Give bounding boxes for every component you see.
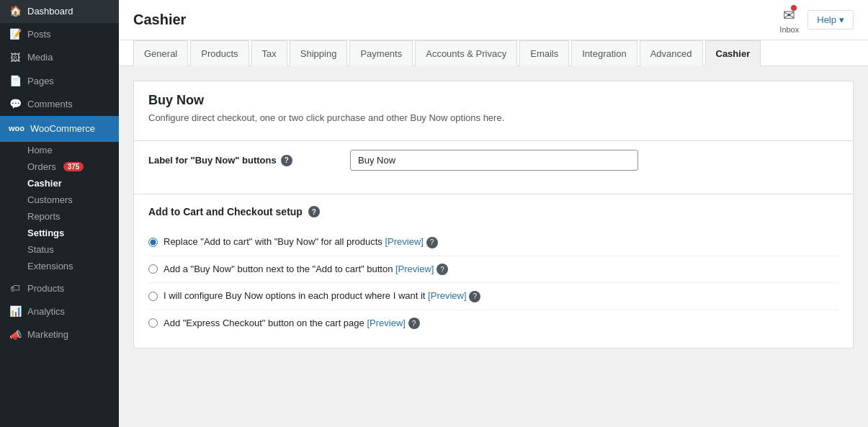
woo-submenu: Home Orders 375 Cashier Customers Report… [0,142,119,274]
submenu-reports[interactable]: Reports [27,208,119,225]
tab-general[interactable]: General [133,40,188,66]
tab-integration[interactable]: Integration [571,40,637,66]
comments-icon: 💬 [9,98,22,111]
buy-now-desc: Configure direct checkout, one or two cl… [148,112,838,123]
tab-tax[interactable]: Tax [251,40,287,66]
tab-accounts-privacy[interactable]: Accounts & Privacy [415,40,517,66]
sidebar-item-comments[interactable]: 💬 Comments [0,93,119,116]
submenu-home-label: Home [27,145,53,156]
radio-option-4-help[interactable]: ? [408,318,420,329]
sidebar-item-media[interactable]: 🖼 Media [0,46,119,69]
sidebar-item-label: Comments [27,98,73,111]
tab-advanced[interactable]: Advanced [640,40,703,66]
dashboard-icon: 🏠 [9,5,22,18]
sidebar-item-woocommerce[interactable]: woo WooCommerce [0,116,119,142]
inbox-button[interactable]: ✉ Inbox [779,6,799,34]
sidebar-item-pages[interactable]: 📄 Pages [0,70,119,93]
topbar: Cashier ✉ Inbox Help ▾ [119,0,868,40]
main-content: Cashier ✉ Inbox Help ▾ General Products … [119,0,868,427]
label-field-row: Label for "Buy Now" buttons ? [134,140,853,179]
submenu-orders-label: Orders [27,161,56,172]
woo-icon: woo [9,121,24,137]
submenu-status-label: Status [27,244,54,255]
submenu-status[interactable]: Status [27,241,119,258]
radio-option-4-label: Add "Express Checkout" button on the car… [164,318,420,330]
sidebar-item-label: Pages [27,75,54,88]
radio-option-4-preview[interactable]: [Preview] [367,318,405,328]
cart-setup-section: Add to Cart and Checkout setup ? Replace… [134,194,853,348]
sidebar-item-label: Marketing [27,328,68,341]
marketing-icon: 📣 [9,328,22,341]
radio-option-2-help[interactable]: ? [437,264,448,275]
sidebar-item-analytics[interactable]: 📊 Analytics [0,300,119,323]
submenu-home[interactable]: Home [27,142,119,158]
radio-option-4: Add "Express Checkout" button on the car… [148,310,838,337]
radio-option-3-label: I will configure Buy Now options in each… [164,290,480,302]
submenu-cashier[interactable]: Cashier [27,175,119,192]
radio-option-2-input[interactable] [148,264,158,274]
radio-option-2-label: Add a "Buy Now" button next to the "Add … [164,264,448,276]
radio-option-3-help[interactable]: ? [469,291,480,302]
sidebar: 🏠 Dashboard 📝 Posts 🖼 Media 📄 Pages 💬 Co… [0,0,119,427]
submenu-extensions[interactable]: Extensions [27,258,119,274]
content-area: Buy Now Configure direct checkout, one o… [119,66,868,427]
sidebar-item-label: Dashboard [27,5,73,18]
radio-option-1-input[interactable] [148,238,158,247]
page-title: Cashier [133,12,186,28]
submenu-reports-label: Reports [27,211,61,222]
submenu-extensions-label: Extensions [27,261,73,271]
tab-emails[interactable]: Emails [519,40,569,66]
radio-option-2: Add a "Buy Now" button next to the "Add … [148,256,838,284]
submenu-customers[interactable]: Customers [27,192,119,208]
cart-section-header: Add to Cart and Checkout setup ? [148,206,838,217]
settings-tabs: General Products Tax Shipping Payments A… [119,40,868,66]
help-label: Help [817,14,836,25]
tab-shipping[interactable]: Shipping [290,40,348,66]
cart-section-title: Add to Cart and Checkout setup [148,206,303,217]
media-icon: 🖼 [9,51,22,64]
inbox-label: Inbox [779,25,799,34]
sidebar-item-label: Media [27,51,53,64]
sidebar-item-dashboard[interactable]: 🏠 Dashboard [0,0,119,23]
submenu-customers-label: Customers [27,194,73,205]
tab-cashier[interactable]: Cashier [705,40,761,66]
buy-now-header: Buy Now Configure direct checkout, one o… [134,81,853,123]
label-help-icon[interactable]: ? [281,155,292,166]
chevron-down-icon: ▾ [839,14,844,25]
help-button[interactable]: Help ▾ [807,10,854,30]
sidebar-item-posts[interactable]: 📝 Posts [0,23,119,46]
radio-option-2-preview[interactable]: [Preview] [395,264,434,274]
sidebar-item-label: Analytics [27,305,65,318]
sidebar-item-marketing[interactable]: 📣 Marketing [0,323,119,346]
radio-option-4-input[interactable] [148,318,158,328]
buy-now-title: Buy Now [148,93,838,108]
products-icon: 🏷 [9,282,22,295]
radio-option-1-label: Replace "Add to cart" with "Buy Now" for… [164,236,438,248]
tab-payments[interactable]: Payments [349,40,413,66]
radio-option-1-preview[interactable]: [Preview] [385,236,424,247]
inbox-notification-dot [791,5,797,11]
label-field-label: Label for "Buy Now" buttons ? [148,155,350,166]
analytics-icon: 📊 [9,305,22,318]
topbar-right: ✉ Inbox Help ▾ [779,6,854,34]
tab-products[interactable]: Products [190,40,249,66]
pages-icon: 📄 [9,75,22,88]
radio-option-1: Replace "Add to cart" with "Buy Now" for… [148,229,838,256]
sidebar-item-label: Products [27,282,64,295]
submenu-settings-label: Settings [27,228,64,238]
posts-icon: 📝 [9,28,22,41]
submenu-settings[interactable]: Settings [27,225,119,241]
radio-option-3-input[interactable] [148,292,158,301]
buy-now-section: Buy Now Configure direct checkout, one o… [133,81,854,349]
sidebar-item-label: Posts [27,28,51,41]
radio-option-1-help[interactable]: ? [426,237,438,248]
sidebar-item-label: WooCommerce [30,122,95,135]
radio-option-3-preview[interactable]: [Preview] [428,290,466,301]
label-field-input[interactable] [350,150,638,171]
bottom-section: 🏷 Products 📊 Analytics 📣 Marketing [0,277,119,347]
radio-option-3: I will configure Buy Now options in each… [148,283,838,310]
submenu-orders[interactable]: Orders 375 [27,158,119,175]
submenu-cashier-label: Cashier [27,178,62,189]
cart-section-help-icon[interactable]: ? [308,206,320,217]
sidebar-item-products[interactable]: 🏷 Products [0,277,119,300]
